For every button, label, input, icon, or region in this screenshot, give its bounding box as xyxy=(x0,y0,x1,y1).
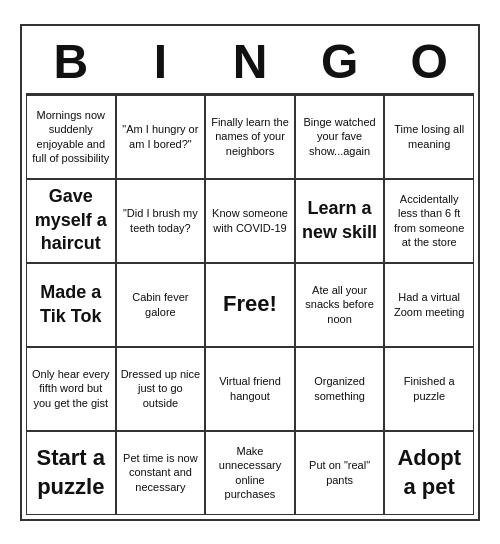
bingo-cell-15[interactable]: Only hear every fifth word but you get t… xyxy=(26,347,116,431)
bingo-cell-10[interactable]: Made a Tik Tok xyxy=(26,263,116,347)
bingo-cell-16[interactable]: Dressed up nice just to go outside xyxy=(116,347,206,431)
bingo-cell-21[interactable]: Pet time is now constant and necessary xyxy=(116,431,206,515)
bingo-cell-4[interactable]: Time losing all meaning xyxy=(384,95,474,179)
bingo-cell-1[interactable]: "Am I hungry or am I bored?" xyxy=(116,95,206,179)
letter-n: N xyxy=(208,34,292,89)
bingo-cell-8[interactable]: Learn a new skill xyxy=(295,179,385,263)
bingo-cell-23[interactable]: Put on "real" pants xyxy=(295,431,385,515)
bingo-cell-14[interactable]: Had a virtual Zoom meeting xyxy=(384,263,474,347)
bingo-grid: Mornings now suddenly enjoyable and full… xyxy=(26,93,474,515)
bingo-cell-19[interactable]: Finished a puzzle xyxy=(384,347,474,431)
bingo-cell-12[interactable]: Free! xyxy=(205,263,295,347)
bingo-cell-24[interactable]: Adopt a pet xyxy=(384,431,474,515)
bingo-cell-9[interactable]: Accidentally less than 6 ft from someone… xyxy=(384,179,474,263)
bingo-cell-5[interactable]: Gave myself a haircut xyxy=(26,179,116,263)
letter-g: G xyxy=(298,34,382,89)
bingo-cell-22[interactable]: Make unnecessary online purchases xyxy=(205,431,295,515)
bingo-cell-18[interactable]: Organized something xyxy=(295,347,385,431)
bingo-cell-20[interactable]: Start a puzzle xyxy=(26,431,116,515)
bingo-header: B I N G O xyxy=(26,30,474,93)
bingo-card: B I N G O Mornings now suddenly enjoyabl… xyxy=(20,24,480,521)
bingo-cell-0[interactable]: Mornings now suddenly enjoyable and full… xyxy=(26,95,116,179)
bingo-cell-2[interactable]: Finally learn the names of your neighbor… xyxy=(205,95,295,179)
letter-b: B xyxy=(29,34,113,89)
letter-o: O xyxy=(387,34,471,89)
letter-i: I xyxy=(118,34,202,89)
bingo-cell-7[interactable]: Know someone with COVID-19 xyxy=(205,179,295,263)
bingo-cell-3[interactable]: Binge watched your fave show...again xyxy=(295,95,385,179)
bingo-cell-17[interactable]: Virtual friend hangout xyxy=(205,347,295,431)
bingo-cell-6[interactable]: "Did I brush my teeth today? xyxy=(116,179,206,263)
bingo-cell-11[interactable]: Cabin fever galore xyxy=(116,263,206,347)
bingo-cell-13[interactable]: Ate all your snacks before noon xyxy=(295,263,385,347)
